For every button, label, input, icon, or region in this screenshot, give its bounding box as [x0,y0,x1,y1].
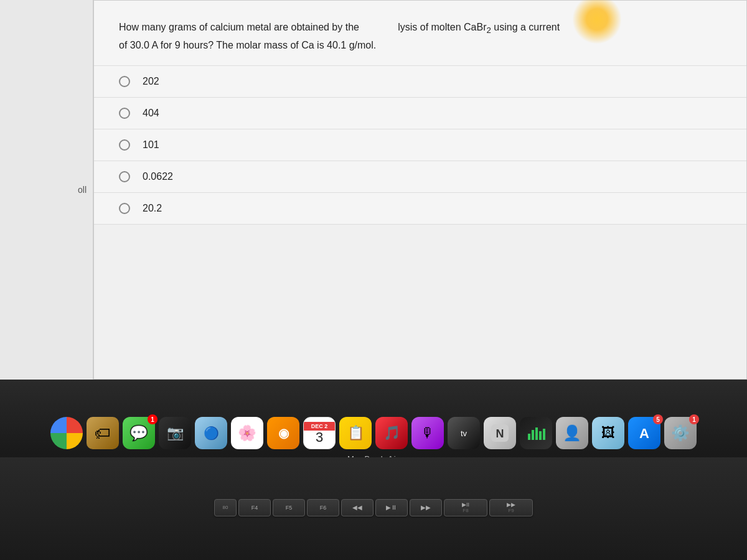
svg-rect-3 [532,430,534,440]
option-row-e[interactable]: 20.2 [94,193,746,225]
radio-c[interactable] [119,139,130,151]
dock-bar: 🏷 💬 1 📷 🔵 🌸 ◉ DEC 2 3 📋 [0,411,747,455]
messages-badge: 1 [148,414,157,424]
dock-area: 🏷 💬 1 📷 🔵 🌸 ◉ DEC 2 3 📋 [0,380,747,560]
quiz-container: How many grams of calcium metal are obta… [93,0,747,380]
option-label-d: 0.0622 [143,171,173,182]
dock-item-notes[interactable]: 📋 [339,417,372,449]
option-row-c[interactable]: 101 [94,129,746,161]
svg-rect-6 [543,429,545,440]
key-f5[interactable]: F5 [273,499,305,516]
key-f7[interactable]: ◀◀ [341,499,374,516]
svg-rect-2 [528,434,530,440]
key-f9[interactable]: ▶▶ [410,499,442,516]
dock-item-user[interactable]: 👤 [556,417,588,449]
option-label-a: 202 [143,76,159,87]
key-f7-icon: ◀◀ [352,504,362,511]
dock-item-3d[interactable]: 🔵 [195,417,227,449]
key-f8[interactable]: ▶⏸ [375,499,408,516]
dock-item-siri[interactable]: ◉ [267,417,299,449]
svg-rect-5 [539,431,542,440]
dock-item-appletv[interactable]: tv [448,417,480,449]
news-icon: N [491,424,509,442]
dock-item-news[interactable]: N [484,417,516,449]
option-row-d[interactable]: 0.0622 [94,161,746,193]
left-sidebar: oll [0,0,93,380]
keyboard-area: 80 F4 F5 F6 ◀◀ ▶⏸ ▶▶ [0,457,747,560]
option-label-b: 404 [143,108,159,119]
option-label-c: 101 [143,139,159,151]
dock-item-finder[interactable]: 🏷 [87,417,119,449]
key-f4[interactable]: F4 [238,499,271,516]
option-row-a[interactable]: 202 [94,66,746,98]
svg-text:A: A [639,426,649,441]
dock-item-facetime[interactable]: 📷 [159,417,191,449]
key-f9-icon: ▶▶ [421,504,431,511]
dock-item-system-prefs[interactable]: ⚙️ 1 [664,417,697,449]
appstore-badge: 5 [653,414,663,424]
dock-item-chrome[interactable] [50,417,83,449]
option-row-b[interactable]: 404 [94,98,746,129]
key-extra[interactable]: ▶▶ F9 [489,499,533,516]
stocks-chart-icon [527,425,545,441]
option-label-e: 20.2 [143,203,162,214]
dock-item-screen[interactable]: 🖼 [592,417,624,449]
radio-b[interactable] [119,108,130,119]
radio-e[interactable] [119,203,130,214]
dock-item-stocks[interactable] [520,417,552,449]
question-area: How many grams of calcium metal are obta… [94,1,746,66]
key-f6[interactable]: F6 [307,499,339,516]
dock-item-podcasts[interactable]: 🎙 [411,417,444,449]
sidebar-label: oll [78,185,87,195]
svg-rect-4 [535,427,538,440]
dock-item-photos[interactable]: 🌸 [231,417,263,449]
key-f6-label: F6 [320,505,327,511]
key-80[interactable]: 80 [214,499,237,516]
appstore-icon: A [635,424,654,442]
radio-d[interactable] [119,171,130,182]
dock-item-appstore[interactable]: A 5 [628,417,660,449]
dock-item-music[interactable]: 🎵 [375,417,408,449]
key-pii-label: ▶II [462,502,469,508]
calendar-date: 3 [316,431,323,444]
key-f9-label[interactable]: ▶II F8 [444,499,487,516]
dock-item-messages[interactable]: 💬 1 [123,417,155,449]
radio-a[interactable] [119,76,130,87]
key-f8-icon: ▶⏸ [386,504,397,511]
sysprefs-badge: 1 [689,414,699,424]
key-f4-label: F4 [251,505,258,511]
options-area: 202 404 101 0.0622 20.2 [94,66,746,225]
key-extra-icon: ▶▶ [507,502,515,508]
dock-item-calendar[interactable]: DEC 2 3 [303,417,336,449]
question-text: How many grams of calcium metal are obta… [119,19,721,53]
appletv-label: tv [461,429,467,438]
key-f5-label: F5 [286,505,293,511]
svg-text:N: N [496,427,504,440]
